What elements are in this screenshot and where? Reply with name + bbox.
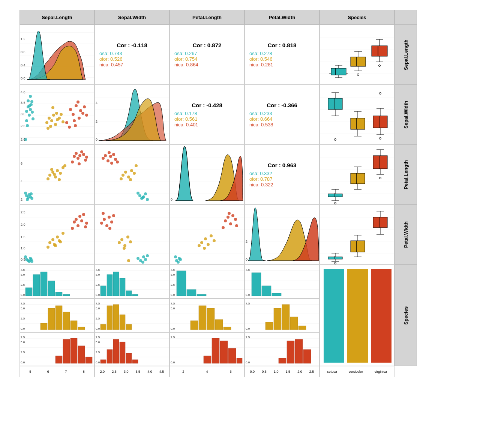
svg-point-165 xyxy=(144,192,147,195)
svg-rect-367 xyxy=(177,271,186,296)
svg-text:4: 4 xyxy=(21,180,22,183)
svg-rect-355 xyxy=(113,272,119,296)
svg-point-178 xyxy=(102,157,105,160)
svg-point-69 xyxy=(69,108,72,111)
svg-text:7.5: 7.5 xyxy=(21,336,25,339)
svg-point-80 xyxy=(68,126,71,129)
cell-r3c3-density: 0 xyxy=(170,145,244,205)
svg-text:4.0: 4.0 xyxy=(21,90,26,94)
row-label-sepal-width: Sepal.Width xyxy=(394,85,417,145)
svg-point-297 xyxy=(226,216,230,219)
svg-rect-344 xyxy=(63,294,70,296)
cell-r3c1-scatter: 2 4 6 xyxy=(20,145,94,205)
svg-rect-457 xyxy=(120,342,125,363)
svg-point-239 xyxy=(73,220,76,224)
svg-point-140 xyxy=(46,177,50,180)
cor-r2c4-virginica: nica: 0.538 xyxy=(249,122,273,128)
svg-text:0.0: 0.0 xyxy=(171,361,175,364)
svg-text:7.5: 7.5 xyxy=(21,302,25,305)
cell-r5c3-hist-setosa: 0.0 2.5 5.0 7.5 xyxy=(170,265,244,298)
svg-point-77 xyxy=(76,100,80,104)
svg-point-79 xyxy=(65,121,68,124)
svg-point-185 xyxy=(108,151,111,154)
svg-text:5.0: 5.0 xyxy=(96,273,100,276)
svg-rect-368 xyxy=(187,290,196,296)
cor-r3c4-main: Cor : 0.963 xyxy=(268,162,297,168)
svg-point-260 xyxy=(142,255,145,258)
svg-rect-407 xyxy=(113,304,119,330)
svg-rect-443 xyxy=(70,338,77,363)
svg-point-65 xyxy=(62,120,64,123)
svg-text:2.5: 2.5 xyxy=(21,351,25,354)
svg-point-301 xyxy=(235,224,238,227)
svg-point-177 xyxy=(129,178,132,181)
svg-point-270 xyxy=(100,222,103,225)
svg-point-300 xyxy=(234,218,237,221)
cell-r6c4-hist-versicolor: 0.0 7.5 xyxy=(244,298,320,332)
svg-rect-431 xyxy=(274,308,281,330)
svg-text:2: 2 xyxy=(246,240,248,243)
svg-point-42 xyxy=(25,110,28,113)
cell-r2c4-cor: Cor : -0.366 osa: 0.233 olor: 0.664 nica… xyxy=(244,85,320,145)
cell-r5c2-hist-setosa: 0.0 2.5 5.0 7.5 xyxy=(94,265,170,298)
cell-r1c1-density: 0.0 0.4 0.8 1.2 xyxy=(20,25,94,85)
svg-rect-385 xyxy=(347,269,368,363)
svg-point-171 xyxy=(124,171,127,174)
svg-text:2.5: 2.5 xyxy=(21,210,26,214)
svg-rect-379 xyxy=(262,286,271,296)
svg-point-136 xyxy=(54,176,57,178)
svg-rect-198 xyxy=(328,194,342,197)
svg-point-57 xyxy=(50,119,53,122)
svg-text:0: 0 xyxy=(96,138,98,141)
cell-r4c2-scatter xyxy=(94,205,170,265)
svg-text:7.5: 7.5 xyxy=(246,268,250,272)
axis-labels-c1: 5678 xyxy=(20,366,94,377)
svg-point-51 xyxy=(25,119,28,122)
row-label-petal-width: Petal.Width xyxy=(394,205,417,265)
svg-point-62 xyxy=(60,113,63,116)
svg-point-174 xyxy=(133,172,136,175)
svg-text:7.5: 7.5 xyxy=(96,336,100,339)
svg-point-272 xyxy=(105,224,108,227)
svg-rect-380 xyxy=(272,293,281,296)
svg-rect-470 xyxy=(220,341,228,363)
svg-text:0.0: 0.0 xyxy=(171,327,175,330)
svg-point-170 xyxy=(122,174,124,177)
svg-rect-329 xyxy=(373,217,387,228)
svg-point-231 xyxy=(51,238,54,241)
cell-r5c1-hist-setosa: 0.0 2.5 5.0 7.5 xyxy=(20,265,94,298)
cell-r4c3-scatter xyxy=(170,205,244,265)
svg-point-138 xyxy=(59,172,62,175)
cell-r4c4-density: 0 2 xyxy=(244,205,320,265)
svg-point-293 xyxy=(213,239,216,242)
svg-point-271 xyxy=(103,218,106,221)
svg-rect-480 xyxy=(287,341,294,363)
svg-rect-481 xyxy=(295,339,303,363)
svg-text:5.0: 5.0 xyxy=(171,273,175,276)
svg-rect-471 xyxy=(228,348,236,363)
svg-point-246 xyxy=(71,227,74,230)
cor-r1c3-versicolor: olor: 0.754 xyxy=(174,56,197,62)
svg-rect-211 xyxy=(373,156,387,169)
svg-rect-384 xyxy=(324,269,344,363)
svg-text:7.5: 7.5 xyxy=(246,336,250,339)
axis-labels-c3: 246 xyxy=(170,366,244,377)
svg-point-233 xyxy=(56,236,59,238)
cor-r2c4-setosa: osa: 0.233 xyxy=(249,111,272,116)
cell-r2c1-scatter: 2.0 2.5 3.0 3.5 4.0 xyxy=(20,85,94,145)
svg-text:2: 2 xyxy=(96,120,98,123)
svg-rect-354 xyxy=(107,274,112,296)
svg-point-179 xyxy=(104,154,107,157)
svg-point-166 xyxy=(146,198,149,201)
cell-r7c4-hist-virginica: 0.0 7.5 xyxy=(244,332,320,366)
svg-point-169 xyxy=(140,197,143,200)
svg-rect-339 xyxy=(26,288,32,296)
svg-rect-442 xyxy=(63,339,70,363)
svg-point-66 xyxy=(51,106,54,109)
svg-rect-468 xyxy=(204,356,211,363)
svg-point-44 xyxy=(28,114,31,117)
svg-point-53 xyxy=(26,124,29,127)
row-label-sepal-length: Sepal.Length xyxy=(394,25,417,85)
svg-rect-357 xyxy=(126,291,132,296)
svg-point-131 xyxy=(30,192,33,195)
